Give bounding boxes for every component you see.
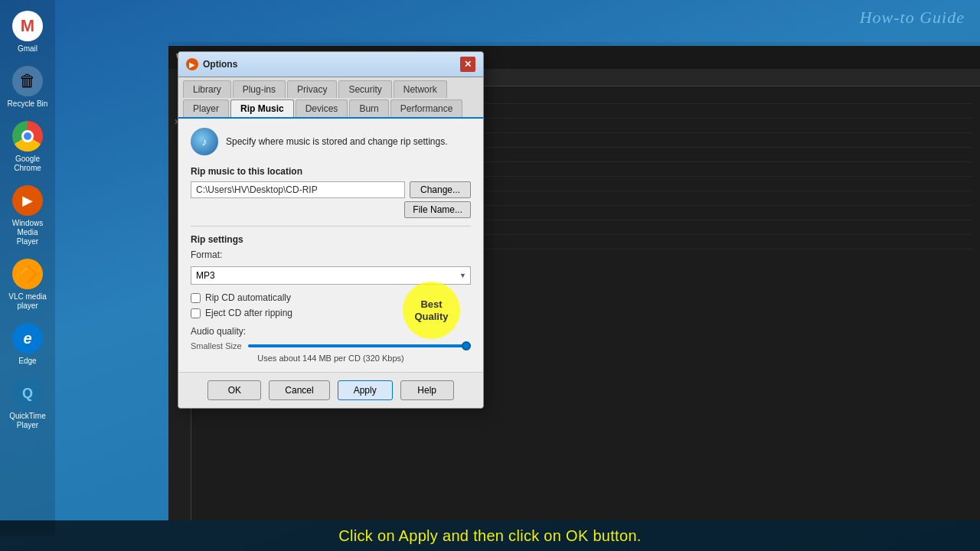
tab-privacy[interactable]: Privacy xyxy=(287,80,337,98)
bottom-bar: Click on Apply and then click on OK butt… xyxy=(0,520,980,551)
tab-security[interactable]: Security xyxy=(338,80,391,98)
cancel-button[interactable]: Cancel xyxy=(269,380,329,400)
rip-location-label: Rip music to this location xyxy=(191,166,471,177)
best-quality-highlight: Best Quality xyxy=(403,282,460,339)
edge-label: Edge xyxy=(18,357,36,366)
gmail-label: Gmail xyxy=(18,44,38,54)
chrome-label: Google Chrome xyxy=(5,155,50,173)
dialog-title: Options xyxy=(203,59,237,70)
sidebar-item-chrome[interactable]: Google Chrome xyxy=(2,116,53,178)
tab-player[interactable]: Player xyxy=(183,99,229,117)
chrome-icon xyxy=(12,121,43,152)
help-button[interactable]: Help xyxy=(400,380,454,400)
recycle-bin-icon: 🗑 xyxy=(12,66,43,96)
divider-1 xyxy=(191,226,471,227)
tab-plugins[interactable]: Plug-ins xyxy=(233,80,286,98)
eject-checkbox[interactable] xyxy=(191,308,201,318)
quicktime-icon: Q xyxy=(12,378,43,409)
dialog-titlebar: ▶ Options ✕ xyxy=(178,52,483,77)
rip-auto-checkbox[interactable] xyxy=(191,293,201,303)
rip-header: ♪ Specify where music is stored and chan… xyxy=(191,128,471,155)
sidebar-item-vlc[interactable]: 🔶 VLC media player xyxy=(2,254,53,315)
tab-network[interactable]: Network xyxy=(394,80,447,98)
sidebar: M Gmail 🗑 Recycle Bin Google Chrome ▶ Wi… xyxy=(0,0,55,536)
dialog-tabs: Library Plug-ins Privacy Security Networ… xyxy=(178,77,483,119)
sidebar-item-quicktime[interactable]: Q QuickTime Player xyxy=(2,373,53,435)
eject-label[interactable]: Eject CD after ripping xyxy=(205,308,292,318)
dialog-footer: OK Cancel Apply Help xyxy=(178,372,483,408)
rip-description: Specify where music is stored and change… xyxy=(226,136,447,147)
rip-settings-label: Rip settings xyxy=(191,234,471,245)
vlc-icon: 🔶 xyxy=(12,259,43,289)
sidebar-item-edge[interactable]: e Edge xyxy=(2,318,53,370)
wmp-icon: ▶ xyxy=(12,185,43,216)
apply-button[interactable]: Apply xyxy=(338,380,393,400)
dialog-body: ♪ Specify where music is stored and chan… xyxy=(178,119,483,372)
tab-library[interactable]: Library xyxy=(183,80,231,98)
gmail-icon: M xyxy=(12,11,43,41)
tab-rip-music[interactable]: Rip Music xyxy=(230,99,294,117)
ok-button[interactable]: OK xyxy=(207,380,261,400)
options-dialog: ▶ Options ✕ Library Plug-ins Privacy Sec… xyxy=(178,51,484,409)
tab-devices[interactable]: Devices xyxy=(296,99,348,117)
quicktime-label: QuickTime Player xyxy=(5,412,50,430)
watermark: How-to Guide xyxy=(860,8,965,28)
filename-button[interactable]: File Name... xyxy=(404,201,471,218)
close-button[interactable]: ✕ xyxy=(460,57,475,72)
format-label: Format: xyxy=(191,249,229,260)
dialog-icon: ▶ xyxy=(186,58,198,70)
slider-thumb xyxy=(462,341,471,350)
slider-row: Smallest Size xyxy=(191,341,471,350)
tab-performance[interactable]: Performance xyxy=(390,99,463,117)
location-row: Change... xyxy=(191,181,471,198)
recycle-label: Recycle Bin xyxy=(8,99,48,109)
edge-icon: e xyxy=(12,323,43,354)
wmp-label: Windows Media Player xyxy=(5,219,50,246)
tab-burn[interactable]: Burn xyxy=(349,99,388,117)
location-path-input[interactable] xyxy=(191,181,405,198)
desktop: How-to Guide M Gmail 🗑 Recycle Bin Googl… xyxy=(0,0,980,551)
rip-icon: ♪ xyxy=(191,128,218,155)
slider-track[interactable] xyxy=(248,344,471,347)
vlc-label: VLC media player xyxy=(5,292,50,311)
sidebar-item-wmp[interactable]: ▶ Windows Media Player xyxy=(2,181,53,251)
slider-min-label: Smallest Size xyxy=(191,341,242,350)
change-button[interactable]: Change... xyxy=(410,181,471,198)
sidebar-item-gmail[interactable]: M Gmail xyxy=(2,6,53,58)
dialog-overlay: ▶ Options ✕ Library Plug-ins Privacy Sec… xyxy=(168,42,980,520)
sidebar-item-recycle[interactable]: 🗑 Recycle Bin xyxy=(2,61,53,113)
format-row: Format: xyxy=(191,249,471,260)
instruction-text: Click on Apply and then click on OK butt… xyxy=(338,527,641,545)
rip-auto-label[interactable]: Rip CD automatically xyxy=(205,292,291,303)
